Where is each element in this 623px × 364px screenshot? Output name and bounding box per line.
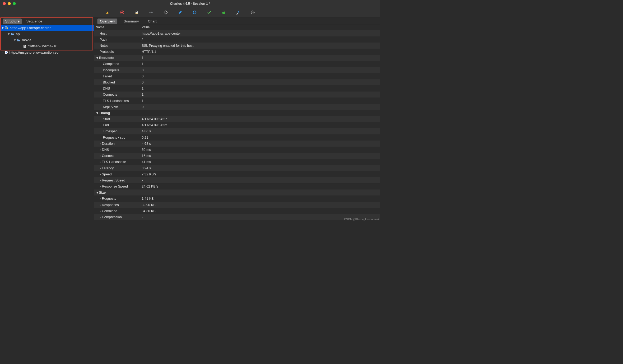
- chevron-right-icon[interactable]: ›: [99, 148, 102, 152]
- table-row[interactable]: Path/: [94, 36, 380, 43]
- clear-icon[interactable]: [105, 10, 110, 15]
- cell-value: 24.62 KB/s: [140, 184, 380, 188]
- cell-value: HTTP/1.1: [140, 50, 380, 54]
- throttle-icon[interactable]: [148, 10, 154, 15]
- section-requests[interactable]: ▾Requests1: [94, 55, 380, 61]
- section-size[interactable]: ▾Size: [94, 189, 380, 195]
- cell-value: 0: [140, 68, 380, 72]
- repeat-icon[interactable]: [192, 10, 197, 15]
- table-row[interactable]: Kept Alive0: [94, 104, 380, 110]
- tree-request-label: ?offset=0&limit=10: [28, 44, 57, 48]
- table-row[interactable]: ›Combined34.30 KB: [94, 208, 380, 214]
- cell-name: Responses: [102, 203, 119, 207]
- chevron-right-icon[interactable]: ›: [99, 178, 102, 182]
- toolbar: [0, 7, 380, 18]
- cell-value: 41 ms: [140, 160, 380, 164]
- table-row[interactable]: ›DNS50 ms: [94, 147, 380, 153]
- chevron-down-icon[interactable]: ▾: [7, 32, 10, 36]
- table-row[interactable]: ›Request Speed-: [94, 177, 380, 183]
- table-row[interactable]: Start4/11/24 09:54:27: [94, 116, 380, 122]
- tools-icon[interactable]: [236, 10, 241, 15]
- table-header: Name Value: [94, 25, 380, 30]
- tab-summary[interactable]: Summary: [121, 18, 142, 24]
- chevron-right-icon[interactable]: ›: [99, 166, 102, 170]
- chevron-down-icon[interactable]: ▾: [13, 38, 16, 42]
- svg-point-4: [252, 12, 253, 13]
- tree-host-notion[interactable]: › https://msgstore.www.notion.so: [0, 49, 94, 55]
- chevron-right-icon[interactable]: ›: [99, 203, 102, 207]
- table-row[interactable]: Incomplete0: [94, 67, 380, 73]
- col-name[interactable]: Name: [94, 25, 140, 30]
- chevron-right-icon[interactable]: ›: [99, 154, 102, 158]
- cell-value: SSL Proxying enabled for this host: [140, 44, 380, 48]
- ssl-proxy-icon[interactable]: [134, 10, 140, 15]
- tree-folder-movie[interactable]: ▾ movie: [0, 37, 94, 43]
- record-icon[interactable]: [120, 10, 125, 15]
- table-row[interactable]: ›Compression-: [94, 214, 380, 220]
- cell-value: 0: [140, 105, 380, 109]
- col-value[interactable]: Value: [140, 25, 380, 30]
- window-zoom-button[interactable]: [13, 2, 16, 5]
- svg-point-1: [121, 11, 123, 13]
- section-timing[interactable]: ▾Timing: [94, 110, 380, 116]
- tree-folder-api[interactable]: ▾ api: [0, 31, 94, 37]
- chevron-down-icon[interactable]: ▾: [96, 111, 99, 115]
- chevron-right-icon[interactable]: ›: [99, 172, 102, 176]
- cell-value: /: [140, 38, 380, 41]
- tab-structure[interactable]: Structure: [3, 18, 22, 24]
- table-row[interactable]: ›Speed7.32 KB/s: [94, 171, 380, 177]
- table-row[interactable]: ›Requests1.41 KB: [94, 196, 380, 202]
- tree: ▾ https://app1.scrape.center ▾ api ▾ mov…: [0, 25, 94, 55]
- chevron-down-icon[interactable]: ▾: [1, 26, 4, 30]
- tab-overview[interactable]: Overview: [97, 18, 117, 24]
- chevron-right-icon[interactable]: ›: [1, 50, 4, 54]
- breakpoints-icon[interactable]: [163, 10, 168, 15]
- basket-icon[interactable]: [221, 10, 226, 15]
- table-row[interactable]: Hosthttps://app1.scrape.center: [94, 30, 380, 36]
- cell-name: Path: [94, 38, 140, 41]
- table-row[interactable]: Timespan4.86 s: [94, 128, 380, 134]
- table-row[interactable]: ›Duration4.68 s: [94, 141, 380, 147]
- table-row[interactable]: ProtocolsHTTP/1.1: [94, 49, 380, 55]
- table-row[interactable]: ›Responses32.90 KB: [94, 202, 380, 208]
- cell-name: Speed: [102, 172, 112, 176]
- svg-rect-9: [24, 46, 26, 46]
- table-row[interactable]: Requests / sec0.21: [94, 134, 380, 141]
- table-row[interactable]: Blocked0: [94, 79, 380, 85]
- tab-sequence[interactable]: Sequence: [24, 18, 45, 24]
- chevron-right-icon[interactable]: ›: [99, 142, 102, 146]
- table-row[interactable]: Completed1: [94, 61, 380, 67]
- cell-name: Duration: [102, 142, 115, 146]
- table-row[interactable]: ›Connect16 ms: [94, 153, 380, 159]
- svg-rect-11: [24, 47, 25, 47]
- table-row[interactable]: DNS1: [94, 85, 380, 91]
- window-close-button[interactable]: [3, 2, 6, 5]
- watermark: CSDN @Bruce_Liuxiaowei: [344, 218, 379, 221]
- chevron-right-icon[interactable]: ›: [99, 197, 102, 201]
- cell-value: https://app1.scrape.center: [140, 31, 380, 35]
- table-row[interactable]: Failed0: [94, 73, 380, 79]
- table-row[interactable]: ›TLS Handshake41 ms: [94, 159, 380, 165]
- chevron-right-icon[interactable]: ›: [99, 184, 102, 188]
- window-minimize-button[interactable]: [8, 2, 11, 5]
- compose-icon[interactable]: [178, 10, 183, 15]
- tree-host-app1[interactable]: ▾ https://app1.scrape.center: [0, 25, 94, 31]
- chevron-down-icon[interactable]: ▾: [96, 191, 99, 195]
- chevron-right-icon[interactable]: ›: [99, 215, 102, 219]
- table-row[interactable]: ›Response Speed24.62 KB/s: [94, 183, 380, 189]
- table-row[interactable]: End4/11/24 09:54:32: [94, 122, 380, 128]
- chevron-right-icon[interactable]: ›: [99, 209, 102, 213]
- table-row[interactable]: ›Latency3.24 s: [94, 165, 380, 171]
- cell-name: Compression: [102, 215, 122, 219]
- svg-rect-6: [7, 28, 8, 29]
- settings-icon[interactable]: [250, 10, 255, 15]
- tree-request-item[interactable]: ?offset=0&limit=10: [0, 43, 94, 49]
- tab-chart[interactable]: Chart: [145, 18, 159, 24]
- table-row[interactable]: Connects1: [94, 91, 380, 97]
- document-icon: [23, 45, 27, 48]
- table-row[interactable]: TLS Handshakes1: [94, 98, 380, 104]
- validate-icon[interactable]: [207, 10, 212, 15]
- chevron-right-icon[interactable]: ›: [99, 160, 102, 164]
- table-row[interactable]: NotesSSL Proxying enabled for this host: [94, 43, 380, 49]
- chevron-down-icon[interactable]: ▾: [96, 56, 99, 60]
